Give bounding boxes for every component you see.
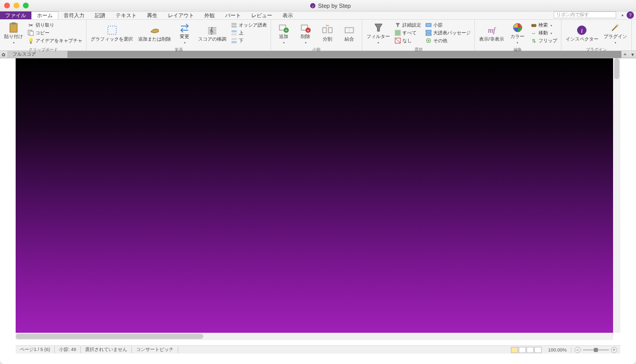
window-title: ♪ Step by Step — [29, 3, 632, 9]
zoom-out-button[interactable]: − — [574, 347, 581, 353]
bulb-icon: 💡 — [28, 37, 34, 44]
zoom-slider-thumb[interactable] — [594, 348, 598, 352]
scissors-icon: ✂ — [28, 22, 34, 28]
svg-text:i: i — [581, 27, 583, 34]
add-bar-icon: + — [278, 22, 289, 33]
wand-icon — [609, 22, 621, 33]
find-button[interactable]: 検索▾ — [529, 21, 559, 29]
ribbon-group-instruments: グラフィックを選択 追加または削除 変更▾ 𝄞 スコアの移調 オッシア譜表 上 … — [87, 20, 271, 51]
color-button[interactable]: カラー▾ — [507, 21, 528, 45]
zoom-in-button[interactable]: + — [611, 347, 617, 353]
capture-idea-button[interactable]: 💡アイデアをキャプチャ — [26, 37, 84, 44]
svg-rect-41 — [426, 33, 431, 35]
instruments-group-label: 楽器 — [87, 46, 271, 53]
paste-label: 貼り付け — [4, 34, 23, 40]
view-mode-2[interactable] — [519, 347, 526, 353]
svg-text:mf: mf — [488, 27, 496, 34]
zoom-slider[interactable] — [583, 349, 609, 350]
tab-note-input[interactable]: 音符入力 — [58, 11, 90, 19]
score-canvas[interactable] — [16, 58, 613, 333]
ribbon-collapse-button[interactable]: ▴ — [619, 11, 626, 18]
paste-button[interactable]: 貼り付け ▾ — [2, 21, 25, 45]
copy-button[interactable]: コピー — [26, 29, 84, 36]
filter-small-icon — [395, 22, 401, 28]
select-none-button[interactable]: なし — [393, 37, 423, 44]
maximize-button[interactable] — [23, 3, 29, 8]
flip-icon: ⇅ — [531, 37, 537, 44]
horizontal-scrollbar[interactable] — [16, 333, 613, 340]
vertical-scrollbar[interactable] — [613, 58, 620, 333]
plugins-button[interactable]: プラグイン▾ — [602, 21, 629, 45]
copy-icon — [28, 30, 34, 36]
advanced-select-button[interactable]: 詳細設定 — [393, 21, 423, 29]
zoom-controls: − + — [571, 347, 620, 353]
view-mode-4[interactable] — [534, 347, 542, 353]
minimize-button[interactable] — [14, 3, 19, 8]
move-icon: ↔ — [531, 30, 537, 36]
ribbon-group-select: フィルター▾ 詳細設定 すべて なし 小節 大譜表パッセージ その他 選択 — [362, 20, 475, 51]
paste-icon — [8, 22, 19, 33]
split-bar-button[interactable]: ✂ 分割 — [317, 23, 338, 43]
help-button[interactable]: ? — [627, 11, 634, 19]
status-bars[interactable]: 小節: 49 — [55, 346, 81, 353]
tab-text[interactable]: テキスト — [111, 11, 142, 19]
vertical-scroll-thumb[interactable] — [614, 58, 619, 79]
svg-rect-39 — [426, 23, 431, 27]
clipboard-group-label: クリップボード — [0, 46, 86, 53]
status-zoom-value[interactable]: 100.00% — [544, 347, 571, 353]
move-button[interactable]: ↔移動▾ — [529, 29, 559, 36]
staff-below-button[interactable]: 下 — [229, 37, 268, 44]
tab-view[interactable]: 表示 — [277, 11, 298, 19]
transpose-score-button[interactable]: 𝄞 スコアの移調 — [196, 23, 228, 43]
tab-appearance[interactable]: 外観 — [199, 11, 220, 19]
add-remove-instrument-button[interactable]: 追加または削除 — [136, 23, 173, 43]
inspector-button[interactable]: i インスペクター — [564, 23, 601, 43]
status-bar: ページ1 / 5 (6) 小節: 49 選択されていません コンサートピッチ 1… — [16, 345, 620, 354]
hide-show-button[interactable]: mf 表示/非表示 — [477, 23, 506, 43]
ribbon-search-input[interactable]: リボン内で探す — [554, 11, 616, 18]
select-bars-button[interactable]: 小節 — [424, 21, 472, 29]
status-concert-pitch[interactable]: コンサートピッチ — [132, 346, 178, 353]
select-all-button[interactable]: すべて — [393, 29, 423, 36]
add-bar-button[interactable]: + 追加▾ — [273, 21, 294, 45]
view-mode-3[interactable] — [527, 347, 534, 353]
svg-point-46 — [533, 24, 536, 27]
select-other-button[interactable]: その他 — [424, 37, 472, 44]
below-icon — [231, 37, 237, 44]
status-selection: 選択されていません — [81, 346, 132, 353]
tab-notation[interactable]: 記譜 — [90, 11, 111, 19]
select-group-label: 選択 — [362, 46, 474, 53]
change-instrument-button[interactable]: 変更▾ — [174, 21, 195, 45]
horizontal-scroll-thumb[interactable] — [16, 334, 203, 339]
ribbon: 貼り付け ▾ ✂切り取り コピー 💡アイデアをキャプチャ クリップボード グラフ… — [0, 20, 636, 51]
ribbon-group-bars: + 追加▾ × 削除▾ ✂ 分割 結合 小節 — [271, 20, 362, 51]
change-icon — [179, 22, 190, 33]
svg-line-49 — [612, 26, 617, 31]
ribbon-group-edit: mf 表示/非表示 カラー▾ 検索▾ ↔移動▾ ⇅フリップ 編集 — [475, 20, 561, 51]
join-bar-button[interactable]: 結合 — [339, 23, 360, 43]
close-button[interactable] — [4, 3, 10, 8]
cut-button[interactable]: ✂切り取り — [26, 21, 84, 29]
tab-file[interactable]: ファイル — [0, 11, 31, 19]
select-graphic-button[interactable]: グラフィックを選択 — [89, 23, 135, 43]
tab-review[interactable]: レビュー — [246, 11, 277, 19]
tab-play[interactable]: 再生 — [142, 11, 163, 19]
tab-parts[interactable]: パート — [220, 11, 246, 19]
view-mode-1[interactable] — [511, 347, 518, 353]
bars-group-label: 小節 — [271, 46, 362, 53]
tab-home[interactable]: ホーム — [31, 11, 58, 19]
staff-above-button[interactable]: 上 — [229, 29, 268, 36]
svg-rect-31 — [323, 28, 326, 33]
window-controls — [4, 3, 29, 8]
svg-text:♪: ♪ — [312, 4, 314, 8]
transpose-icon: 𝄞 — [206, 24, 218, 36]
status-page[interactable]: ページ1 / 5 (6) — [16, 346, 55, 353]
system-passage-button[interactable]: 大譜表パッセージ — [424, 29, 472, 36]
tab-layout[interactable]: レイアウト — [163, 11, 199, 19]
filters-button[interactable]: フィルター▾ — [364, 21, 392, 45]
delete-bar-button[interactable]: × 削除▾ — [295, 21, 316, 45]
flip-button[interactable]: ⇅フリップ — [529, 37, 559, 44]
svg-rect-3 — [11, 22, 16, 24]
canvas-area — [16, 58, 620, 340]
ossia-staff-button[interactable]: オッシア譜表 — [229, 21, 268, 29]
